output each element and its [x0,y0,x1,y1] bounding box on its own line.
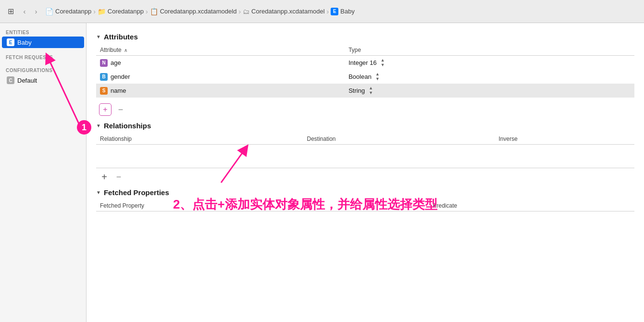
type-stepper-age[interactable]: ▲ ▼ [381,58,385,67]
remove-relationship-button[interactable]: − [113,172,124,183]
relationships-table: Relationship Destination Inverse [96,134,634,164]
attr-name-cell: B gender [96,70,345,84]
attributes-triangle[interactable]: ▼ [96,34,101,39]
main-container: ENTITIES E Baby FETCH REQUESTS CONFIGURA… [0,23,644,322]
breadcrumb-sep-2: › [146,8,148,15]
attributes-section: ▼ Attributes Attribute ∧ Type [96,33,634,118]
config-badge: C [7,76,14,84]
attributes-section-header: ▼ Attributes [96,33,634,41]
attr-type-cell: Boolean ▲ ▼ [345,70,634,84]
breadcrumb-coredatanpp-folder[interactable]: 📁 Coredatanpp [98,8,144,15]
type-stepper-gender[interactable]: ▲ ▼ [375,72,380,81]
type-stepper-name[interactable]: ▲ ▼ [369,86,373,95]
attr-type-cell: String ▲ ▼ [345,84,634,98]
attr-type-cell: Integer 16 ▲ ▼ [345,56,634,70]
attr-col-header: Attribute ∧ [96,45,345,56]
badge-s-name: S [100,87,108,95]
fetched-properties-table: Fetched Property Predicate [96,200,634,211]
type-col-header: Type [345,45,634,56]
attr-type-gender: Boolean [348,73,372,80]
sidebar-baby-label: Baby [17,39,32,46]
breadcrumb-sep-4: › [327,8,329,15]
attr-name-cell: N age [96,56,345,70]
sidebar: ENTITIES E Baby FETCH REQUESTS CONFIGURA… [0,23,87,322]
table-row[interactable]: N age Integer 16 ▲ ▼ [96,56,634,70]
predicate-col-header: Predicate [429,200,634,211]
badge-n-age: N [100,59,108,67]
attr-type-age: Integer 16 [348,59,377,66]
fetched-properties-section-header: ▼ Fetched Properties [96,188,634,197]
breadcrumb-label-folder: Coredatanpp [108,8,144,15]
fetched-properties-triangle[interactable]: ▼ [96,190,101,195]
relationships-section-header: ▼ Relationships [96,122,634,130]
badge-b-gender: B [100,73,108,81]
project-icon: 📄 [45,8,53,15]
fetch-requests-section-label: FETCH REQUESTS [0,53,86,61]
table-row[interactable]: S name String ▲ ▼ [96,84,634,98]
sidebar-default-label: Default [17,77,37,84]
attr-type-name: String [348,87,365,94]
relationships-actions: + − [96,170,634,185]
breadcrumb-label-project: Coredatanpp [55,8,91,15]
nav-buttons: ‹ › [19,6,41,17]
table-row [96,145,634,164]
dest-col-header: Destination [303,134,495,145]
attributes-table: Attribute ∧ Type N age [96,45,634,98]
relationships-title: Relationships [104,122,151,130]
fp-col-header: Fetched Property [96,200,429,211]
table-row[interactable]: B gender Boolean ▲ ▼ [96,70,634,84]
relationships-triangle[interactable]: ▼ [96,123,101,128]
fetched-properties-section: ▼ Fetched Properties Fetched Property Pr… [96,188,634,211]
content-area: ▼ Attributes Attribute ∧ Type [87,23,644,322]
breadcrumb-coredatanpp-project[interactable]: 📄 Coredatanpp [45,8,91,15]
relationships-section: ▼ Relationships Relationship Destination… [96,122,634,185]
sidebar-item-default[interactable]: C Default [2,74,84,86]
attributes-title: Attributes [104,33,138,41]
nav-forward-button[interactable]: › [31,6,41,17]
breadcrumb-xcdatamodeld[interactable]: 📋 Coredatanpp.xcdatamodeld [150,8,237,15]
entities-section-label: ENTITIES [0,28,86,36]
page-wrapper: ⊞ ‹ › 📄 Coredatanpp › 📁 Coredatanpp › 📋 … [0,0,644,322]
remove-attribute-button[interactable]: − [115,104,126,115]
rel-col-header: Relationship [96,134,303,145]
grid-icon: ⊞ [6,7,15,16]
fetched-properties-title: Fetched Properties [104,188,169,197]
breadcrumb-label-xcdatamodeld: Coredatanpp.xcdatamodeld [160,8,237,15]
add-attribute-button[interactable]: + [99,103,111,116]
breadcrumb-baby[interactable]: E Baby [331,8,355,15]
entity-badge: E [7,38,14,46]
sort-icon[interactable]: ∧ [124,48,127,53]
breadcrumb: 📄 Coredatanpp › 📁 Coredatanpp › 📋 Coreda… [45,8,355,15]
sidebar-item-baby[interactable]: E Baby [2,37,84,48]
xcdatamodel-icon: 🗂 [243,8,249,15]
breadcrumb-sep-3: › [238,8,241,15]
relationships-divider [96,168,634,168]
attr-name-age: age [111,59,121,66]
breadcrumb-sep-1: › [93,8,96,15]
breadcrumb-xcdatamodel[interactable]: 🗂 Coredatanpp.xcdatamodel [243,8,325,15]
configurations-section-label: CONFIGURATIONS [0,66,86,74]
attr-name-name: name [111,87,126,94]
breadcrumb-label-baby: Baby [340,8,355,15]
inverse-col-header: Inverse [495,134,634,145]
attr-name-cell: S name [96,84,345,98]
nav-back-button[interactable]: ‹ [19,6,30,17]
attributes-actions: + − [96,101,634,118]
titlebar: ⊞ ‹ › 📄 Coredatanpp › 📁 Coredatanpp › 📋 … [0,0,644,23]
entity-badge-icon: E [331,8,338,15]
breadcrumb-label-xcdatamodel: Coredatanpp.xcdatamodel [251,8,325,15]
attr-name-gender: gender [111,73,130,80]
folder-icon: 📁 [98,8,106,15]
xcdatamodeld-icon: 📋 [150,8,158,15]
add-relationship-button[interactable]: + [99,172,110,183]
